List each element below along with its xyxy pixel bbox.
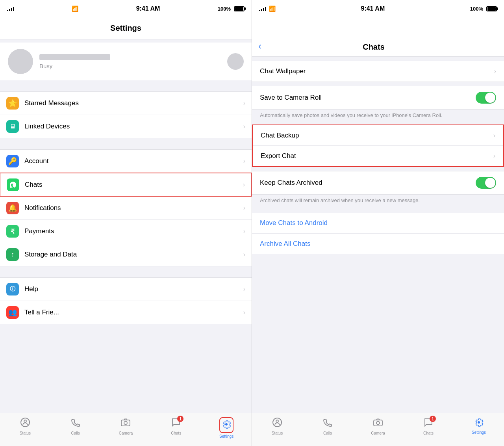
linked-icon: 🖥 bbox=[6, 120, 19, 133]
chats-tab-icon: 1 bbox=[171, 417, 181, 430]
settings-tab-label-right: Settings bbox=[472, 430, 486, 435]
camera-tab-label: Camera bbox=[119, 431, 133, 435]
notifications-label: Notifications bbox=[24, 204, 243, 212]
chat-wallpaper-item[interactable]: Chat Wallpaper › bbox=[252, 61, 504, 82]
sidebar-item-chats[interactable]: Chats › bbox=[0, 173, 252, 197]
chats-tab-label: Chats bbox=[171, 431, 181, 435]
chats-badge: 1 bbox=[177, 416, 183, 422]
left-status-bar: 📶 9:41 AM 100% bbox=[0, 0, 252, 17]
right-nav-title: Chats bbox=[261, 43, 498, 52]
right-gap-3 bbox=[252, 167, 504, 171]
camera-roll-group: Save to Camera Roll bbox=[252, 86, 504, 110]
profile-name-bar bbox=[39, 54, 110, 60]
svg-point-7 bbox=[376, 422, 380, 425]
tab-settings-right[interactable]: Settings bbox=[454, 416, 504, 435]
chat-backup-item[interactable]: Chat Backup › bbox=[253, 125, 503, 146]
wifi-icon: 📶 bbox=[72, 6, 78, 12]
left-panel: 📶 9:41 AM 100% Settings Busy ⭐ Starred M… bbox=[0, 0, 252, 446]
sidebar-item-linked[interactable]: 🖥 Linked Devices › bbox=[0, 115, 252, 138]
chat-wallpaper-label: Chat Wallpaper bbox=[260, 67, 494, 75]
calls-icon bbox=[70, 417, 81, 430]
save-camera-roll-toggle[interactable] bbox=[476, 92, 496, 104]
settings-tab-label: Settings bbox=[219, 434, 233, 439]
chevron-icon: › bbox=[243, 286, 245, 293]
chevron-icon: › bbox=[493, 152, 495, 160]
left-time: 9:41 AM bbox=[136, 5, 160, 12]
chevron-icon: › bbox=[243, 100, 245, 107]
chat-backup-label: Chat Backup bbox=[261, 132, 493, 139]
chevron-icon: › bbox=[243, 158, 245, 165]
sidebar-item-tell-friend[interactable]: 👥 Tell a Frie... › bbox=[0, 301, 252, 324]
archive-description: Archived chats will remain archived when… bbox=[252, 195, 504, 210]
payments-label: Payments bbox=[24, 227, 243, 235]
payments-icon: ₹ bbox=[6, 225, 19, 238]
help-group: ⓘ Help › 👥 Tell a Frie... › bbox=[0, 277, 252, 324]
sidebar-item-notifications[interactable]: 🔔 Notifications › bbox=[0, 197, 252, 220]
settings-gear-icon-right bbox=[474, 417, 484, 427]
right-nav-bar: ‹ Chats bbox=[252, 17, 504, 57]
chats-icon bbox=[7, 178, 19, 191]
tell-friend-label: Tell a Frie... bbox=[24, 308, 243, 316]
svg-point-3 bbox=[124, 422, 127, 425]
backup-group: Chat Backup › Export Chat › bbox=[252, 125, 504, 167]
right-tab-bar: Status Calls Camera bbox=[252, 413, 504, 446]
toggle-thumb bbox=[485, 93, 495, 103]
chevron-icon: › bbox=[243, 309, 245, 316]
tab-chats-right[interactable]: 1 Chats bbox=[403, 416, 454, 435]
calls-tab-label: Calls bbox=[71, 431, 80, 435]
left-nav-bar: Settings bbox=[0, 17, 252, 39]
chevron-icon: › bbox=[243, 204, 245, 212]
settings-gear-icon bbox=[221, 419, 232, 429]
tab-status-right[interactable]: Status bbox=[252, 416, 302, 435]
keep-archived-toggle[interactable] bbox=[476, 177, 496, 189]
save-camera-roll-label: Save to Camera Roll bbox=[260, 94, 476, 102]
camera-icon bbox=[120, 417, 131, 430]
keep-archived-item[interactable]: Keep Chats Archived bbox=[252, 171, 504, 194]
top-settings-group: ⭐ Starred Messages › 🖥 Linked Devices › bbox=[0, 91, 252, 138]
sidebar-item-starred[interactable]: ⭐ Starred Messages › bbox=[0, 92, 252, 115]
blue-links-group: Move Chats to Android Archive All Chats bbox=[252, 213, 504, 254]
tab-camera-right[interactable]: Camera bbox=[353, 416, 403, 435]
right-status-bar: 📶 9:41 AM 100% bbox=[252, 0, 504, 17]
back-button[interactable]: ‹ bbox=[258, 41, 261, 52]
storage-icon: ↕ bbox=[6, 248, 19, 261]
sidebar-item-storage[interactable]: ↕ Storage and Data › bbox=[0, 243, 252, 266]
camera-icon-right bbox=[373, 417, 383, 430]
tab-settings-left[interactable]: Settings bbox=[201, 416, 252, 439]
tab-calls-left[interactable]: Calls bbox=[50, 416, 101, 435]
keep-archived-label: Keep Chats Archived bbox=[260, 179, 476, 187]
right-time: 9:41 AM bbox=[361, 5, 385, 12]
right-panel: 📶 9:41 AM 100% ‹ Chats Chat Wallpaper › … bbox=[252, 0, 504, 446]
tab-calls-right[interactable]: Calls bbox=[302, 416, 353, 435]
move-android-label: Move Chats to Android bbox=[260, 219, 328, 227]
tab-status-left[interactable]: Status bbox=[0, 416, 50, 435]
account-icon: 🔑 bbox=[6, 155, 19, 167]
status-tab-label-right: Status bbox=[272, 431, 283, 435]
toggle-thumb-2 bbox=[485, 178, 495, 188]
sidebar-item-help[interactable]: ⓘ Help › bbox=[0, 278, 252, 301]
section-gap-3 bbox=[0, 266, 252, 277]
move-android-item[interactable]: Move Chats to Android bbox=[252, 213, 504, 234]
tab-chats-left[interactable]: 1 Chats bbox=[151, 416, 201, 435]
right-gap-1 bbox=[252, 57, 504, 61]
signal-icon bbox=[7, 6, 14, 11]
sidebar-item-payments[interactable]: ₹ Payments › bbox=[0, 220, 252, 243]
archive-group: Keep Chats Archived bbox=[252, 171, 504, 195]
wallpaper-group: Chat Wallpaper › bbox=[252, 61, 504, 82]
chats-tab-icon-right: 1 bbox=[423, 417, 434, 430]
archive-all-label: Archive All Chats bbox=[260, 240, 311, 247]
save-camera-roll-item[interactable]: Save to Camera Roll bbox=[252, 86, 504, 109]
export-chat-item[interactable]: Export Chat › bbox=[253, 146, 503, 166]
right-spacer bbox=[252, 254, 504, 413]
chats-tab-label-right: Chats bbox=[423, 431, 434, 435]
archive-all-item[interactable]: Archive All Chats bbox=[252, 234, 504, 254]
main-settings-group: 🔑 Account › Chats › 🔔 Notifications › ₹ … bbox=[0, 149, 252, 266]
camera-roll-description: Automatically save photos and videos you… bbox=[252, 110, 504, 125]
chevron-icon: › bbox=[494, 68, 496, 75]
chevron-icon: › bbox=[493, 132, 495, 139]
sidebar-item-account[interactable]: 🔑 Account › bbox=[0, 150, 252, 173]
tab-camera-left[interactable]: Camera bbox=[101, 416, 151, 435]
status-icon bbox=[20, 417, 30, 430]
profile-section[interactable]: Busy bbox=[0, 43, 252, 80]
storage-label: Storage and Data bbox=[24, 251, 243, 258]
